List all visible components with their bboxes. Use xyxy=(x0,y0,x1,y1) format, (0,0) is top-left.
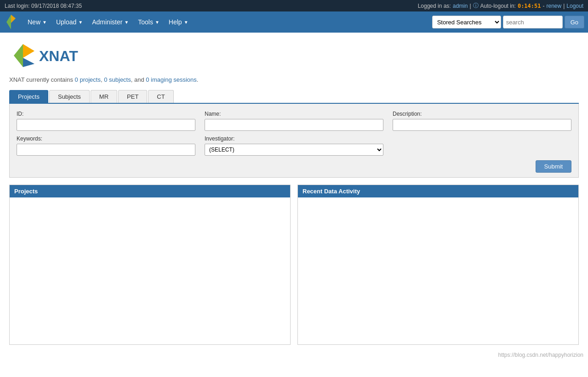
tab-pet[interactable]: PET xyxy=(118,90,147,103)
tabs-container: Projects Subjects MR PET CT xyxy=(9,90,579,104)
nav-menu: New ▼ Upload ▼ Administer ▼ Tools ▼ Help… xyxy=(23,11,432,33)
autologout-timer: 0:14:51 xyxy=(518,3,541,9)
separator2: - xyxy=(542,3,544,9)
keywords-input[interactable] xyxy=(17,144,195,156)
filter-row-1: ID: Name: Description: xyxy=(17,111,571,131)
id-input[interactable] xyxy=(17,119,195,131)
filter-keywords-field: Keywords: xyxy=(17,135,195,156)
top-bar-right: Logged in as: admin | ⓘ Auto-logout in: … xyxy=(418,2,583,10)
xnat-nav-logo-icon xyxy=(4,14,18,30)
filter-panel: ID: Name: Description: Keywords: Investi… xyxy=(9,104,579,178)
nav-new[interactable]: New ▼ xyxy=(23,11,51,33)
top-bar: Last login: 09/17/2018 08:47:35 Logged i… xyxy=(0,0,588,11)
svg-marker-1 xyxy=(11,15,16,23)
xnat-summary: XNAT currently contains 0 projects, 0 su… xyxy=(9,76,579,83)
xnat-logo-area: XNAT xyxy=(9,42,579,69)
administer-caret-icon: ▼ xyxy=(124,20,129,25)
tools-caret-icon: ▼ xyxy=(155,20,160,25)
projects-panel: Projects xyxy=(9,185,291,345)
projects-panel-body[interactable] xyxy=(10,197,290,344)
sessions-count-link[interactable]: 0 imaging sessions xyxy=(146,76,197,83)
tab-mr[interactable]: MR xyxy=(91,90,117,103)
main-content: XNAT XNAT currently contains 0 projects,… xyxy=(0,33,588,349)
logout-link[interactable]: Logout xyxy=(566,3,583,9)
svg-marker-3 xyxy=(14,44,23,67)
nav-upload[interactable]: Upload ▼ xyxy=(51,11,87,33)
help-caret-icon: ▼ xyxy=(184,20,188,25)
admin-link[interactable]: admin xyxy=(453,3,468,9)
filter-investigator-field: Investigator: (SELECT) xyxy=(205,135,383,156)
nav-tools[interactable]: Tools ▼ xyxy=(133,11,164,33)
nav-logo xyxy=(4,14,18,30)
projects-panel-header: Projects xyxy=(10,185,290,197)
nav-bar: New ▼ Upload ▼ Administer ▼ Tools ▼ Help… xyxy=(0,11,588,33)
filter-name-field: Name: xyxy=(205,111,383,131)
logged-in-as-label: Logged in as: xyxy=(418,3,451,9)
nav-administer[interactable]: Administer ▼ xyxy=(87,11,133,33)
recent-activity-panel: Recent Data Activity xyxy=(297,185,579,345)
nav-help[interactable]: Help ▼ xyxy=(164,11,193,33)
recent-activity-panel-header: Recent Data Activity xyxy=(298,185,578,197)
new-caret-icon: ▼ xyxy=(42,20,47,25)
renew-link[interactable]: renew xyxy=(546,3,561,9)
subjects-count-link[interactable]: 0 subjects xyxy=(104,76,131,83)
investigator-select[interactable]: (SELECT) xyxy=(205,144,383,156)
search-input[interactable] xyxy=(503,16,563,28)
description-label: Description: xyxy=(393,111,571,117)
separator1: | xyxy=(469,3,471,9)
submit-button[interactable]: Submit xyxy=(536,160,571,173)
tab-projects[interactable]: Projects xyxy=(9,90,48,103)
separator3: | xyxy=(563,3,565,9)
autologout-label: Auto-logout in: xyxy=(480,3,516,9)
filter-row-2: Keywords: Investigator: (SELECT) xyxy=(17,135,571,156)
last-login-text: Last login: 09/17/2018 08:47:35 xyxy=(5,3,82,9)
xnat-main-logo-icon: XNAT xyxy=(9,42,83,69)
projects-count-link[interactable]: 0 projects xyxy=(75,76,101,83)
svg-text:XNAT: XNAT xyxy=(39,48,78,64)
description-input[interactable] xyxy=(393,119,571,131)
filter-id-field: ID: xyxy=(17,111,195,131)
nav-right: Stored Searches Go xyxy=(432,16,584,28)
name-label: Name: xyxy=(205,111,383,117)
question-icon: ⓘ xyxy=(473,2,479,10)
svg-marker-5 xyxy=(23,58,34,67)
stored-searches-select[interactable]: Stored Searches xyxy=(432,16,501,28)
upload-caret-icon: ▼ xyxy=(78,20,83,25)
recent-activity-panel-body[interactable] xyxy=(298,197,578,344)
go-button[interactable]: Go xyxy=(565,16,584,28)
svg-marker-2 xyxy=(11,23,16,29)
keywords-label: Keywords: xyxy=(17,135,195,142)
tab-subjects[interactable]: Subjects xyxy=(49,90,90,103)
tab-ct[interactable]: CT xyxy=(148,90,173,103)
filter-submit-row: Submit xyxy=(17,160,571,173)
svg-marker-0 xyxy=(6,15,11,29)
bottom-panels: Projects Recent Data Activity xyxy=(9,185,579,345)
id-label: ID: xyxy=(17,111,195,117)
watermark: https://blog.csdn.net/happyhorizion xyxy=(0,349,588,360)
filter-description-field: Description: xyxy=(393,111,571,131)
investigator-label: Investigator: xyxy=(205,135,383,142)
svg-marker-4 xyxy=(23,44,34,58)
name-input[interactable] xyxy=(205,119,383,131)
